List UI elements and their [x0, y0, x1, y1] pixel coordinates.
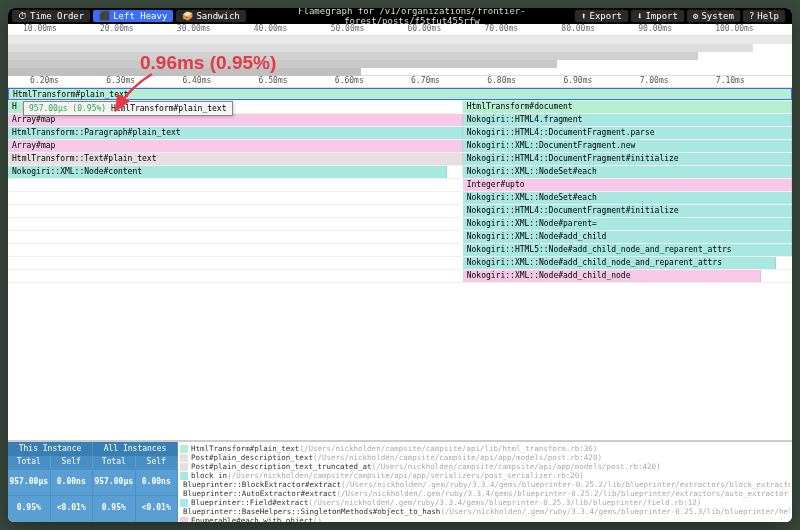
frame[interactable]: HtmlTransform#document: [463, 101, 792, 113]
time-order-button[interactable]: ⏱ Time Order: [12, 10, 90, 22]
frame[interactable]: Array#map: [8, 140, 463, 152]
frame[interactable]: Integer#upto: [463, 179, 792, 191]
import-button[interactable]: ⬇ Import: [631, 10, 684, 22]
annotation-callout: 0.96ms (0.95%): [140, 52, 276, 74]
frame[interactable]: Nokogiri::XML::Node#add_child_node: [463, 270, 761, 282]
callstack-line[interactable]: Blueprinter::Field#extract (/Users/nickh…: [180, 498, 790, 507]
callstack-line[interactable]: Enumerable#each_with_object (): [180, 516, 790, 522]
left-heavy-button[interactable]: ⬛ Left Heavy: [93, 10, 173, 22]
frame[interactable]: Nokogiri::XML::NodeSet#each: [463, 192, 792, 204]
frame[interactable]: Nokogiri::XML::Node#parent=: [463, 218, 792, 230]
frame[interactable]: Nokogiri::XML::Node#add_child: [463, 231, 792, 243]
frame[interactable]: H: [8, 101, 24, 113]
callstack-line[interactable]: block in (/Users/nickholden/campsite/cam…: [180, 471, 790, 480]
bottom-panel: This Instance All Instances Total Self T…: [8, 440, 792, 522]
callstack-line[interactable]: HtmlTransform#plain_text (/Users/nickhol…: [180, 444, 790, 453]
frame[interactable]: Nokogiri::HTML4::DocumentFragment#initia…: [463, 153, 792, 165]
flamegraph[interactable]: HtmlTransform#plain_text H HtmlTransform…: [8, 88, 792, 440]
callstack-line[interactable]: Post#plain_description_text_truncated_at…: [180, 462, 790, 471]
callstack-line[interactable]: Blueprinter::BlockExtractor#extract (/Us…: [180, 480, 790, 489]
frame[interactable]: HtmlTransform::Text#plain_text: [8, 153, 463, 165]
toolbar: ⏱ Time Order ⬛ Left Heavy 🥪 Sandwich Fla…: [8, 8, 792, 24]
export-button[interactable]: ⬆ Export: [575, 10, 628, 22]
timeline-header: 10.00ms 20.00ms 30.00ms 40.00ms 50.00ms …: [8, 24, 792, 36]
frame[interactable]: Nokogiri::HTML4.fragment: [463, 114, 792, 126]
arrow-icon: [110, 72, 160, 122]
callstack[interactable]: HtmlTransform#plain_text (/Users/nickhol…: [178, 442, 792, 522]
frame[interactable]: Nokogiri::HTML4::DocumentFragment.parse: [463, 127, 792, 139]
stats-table: This Instance All Instances Total Self T…: [8, 442, 178, 522]
callstack-line[interactable]: Post#plain_description_text (/Users/nick…: [180, 453, 790, 462]
callstack-line[interactable]: Blueprinter::BaseHelpers::SingletonMetho…: [180, 507, 790, 516]
help-button[interactable]: ? Help: [743, 10, 785, 22]
frame[interactable]: Nokogiri::HTML5::Node#add_child_node_and…: [463, 244, 792, 256]
frame[interactable]: HtmlTransform::Paragraph#plain_text: [8, 127, 463, 139]
system-button[interactable]: ⚙ System: [687, 10, 740, 22]
sandwich-button[interactable]: 🥪 Sandwich: [176, 10, 245, 22]
frame[interactable]: Nokogiri::XML::Node#content: [8, 166, 447, 178]
minimap[interactable]: [8, 36, 792, 76]
frame[interactable]: Nokogiri::XML::DocumentFragment.new: [463, 140, 792, 152]
frame[interactable]: Nokogiri::HTML4::DocumentFragment#initia…: [463, 205, 792, 217]
frame[interactable]: Nokogiri::XML::Node#add_child_node_and_r…: [463, 257, 777, 269]
callstack-line[interactable]: Blueprinter::AutoExtractor#extract (/Use…: [180, 489, 790, 498]
frame[interactable]: Nokogiri::XML::NodeSet#each: [463, 166, 792, 178]
